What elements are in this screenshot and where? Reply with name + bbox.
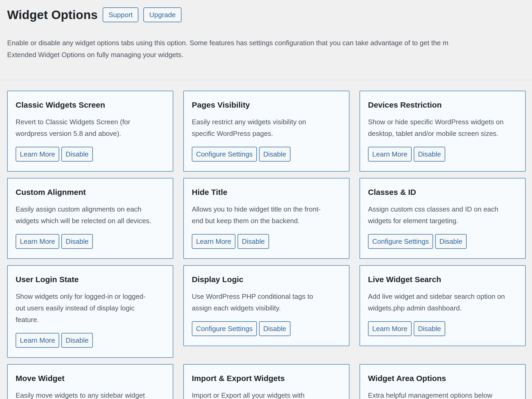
card-actions: Learn MoreDisable [368,147,517,162]
page-header: Widget Options Support Upgrade [7,7,526,22]
card-actions: Learn MoreDisable [16,333,165,348]
card-actions: Learn MoreDisable [16,147,165,162]
disable-button[interactable]: Disable [259,321,290,336]
divider [0,80,532,80]
card-title: Hide Title [192,187,341,197]
disable-button[interactable]: Disable [259,147,290,162]
card-title: Live Widget Search [368,275,517,284]
card-title: Widget Area Options [368,374,517,383]
configure-settings-button[interactable]: Configure Settings [368,234,433,249]
card-actions: Learn MoreDisable [16,234,165,249]
disable-button[interactable]: Disable [238,234,269,249]
card-description: Import or Export all your widgets with [192,389,341,399]
card-title: Move Widget [16,374,165,383]
card-actions: Configure SettingsDisable [192,147,341,162]
feature-card: Classes & ID Assign custom css classes a… [360,178,526,259]
feature-card: Custom Alignment Easily assign custom al… [7,178,173,259]
disable-button[interactable]: Disable [61,147,93,162]
feature-card: Import & Export Widgets Import or Export… [183,364,349,399]
feature-card: Classic Widgets Screen Revert to Classic… [7,91,173,172]
disable-button[interactable]: Disable [61,333,93,348]
support-button[interactable]: Support [103,7,138,22]
card-description: Revert to Classic Widgets Screen (for wo… [16,116,165,139]
card-title: Display Logic [192,275,341,284]
card-title: Custom Alignment [16,187,165,197]
card-actions: Configure SettingsDisable [368,234,517,249]
disable-button[interactable]: Disable [61,234,93,249]
card-description: Assign custom css classes and ID on each… [368,203,517,227]
card-title: Classes & ID [368,187,517,197]
card-description: Show widgets only for logged-in or logge… [16,291,165,325]
card-title: Devices Restriction [368,100,517,110]
feature-card: Display Logic Use WordPress PHP conditio… [183,265,349,346]
card-title: Classic Widgets Screen [16,100,165,110]
feature-card: Pages Visibility Easily restrict any wid… [183,91,349,172]
learn-more-button[interactable]: Learn More [368,321,412,336]
feature-card: Devices Restriction Show or hide specifi… [360,91,526,172]
card-description: Easily assign custom alignments on each … [16,203,165,227]
feature-card: Live Widget Search Add live widget and s… [360,265,526,346]
feature-card: Hide Title Allows you to hide widget tit… [183,178,349,259]
card-actions: Learn MoreDisable [192,234,341,249]
learn-more-button[interactable]: Learn More [16,147,59,162]
card-description: Easily move widgets to any sidebar widge… [16,389,165,399]
disable-button[interactable]: Disable [414,147,445,162]
configure-settings-button[interactable]: Configure Settings [192,147,257,162]
card-description: Easily restrict any widgets visibility o… [192,116,341,139]
feature-card: Widget Area Options Extra helpful manage… [360,364,526,399]
learn-more-button[interactable]: Learn More [16,333,59,348]
upgrade-button[interactable]: Upgrade [143,7,181,22]
card-description: Extra helpful management options below [368,389,517,399]
configure-settings-button[interactable]: Configure Settings [192,321,257,336]
page-title: Widget Options [7,7,98,22]
disable-button[interactable]: Disable [414,321,445,336]
disable-button[interactable]: Disable [435,234,467,249]
learn-more-button[interactable]: Learn More [368,147,412,162]
feature-card: User Login State Show widgets only for l… [7,265,173,358]
intro-text: Enable or disable any widget options tab… [7,37,526,61]
learn-more-button[interactable]: Learn More [16,234,59,249]
card-actions: Configure SettingsDisable [192,321,341,336]
card-description: Add live widget and sidebar search optio… [368,291,517,314]
card-description: Use WordPress PHP conditional tags to as… [192,291,341,314]
card-title: Import & Export Widgets [192,374,341,383]
feature-card: Move Widget Easily move widgets to any s… [7,364,173,399]
card-description: Allows you to hide widget title on the f… [192,203,341,227]
feature-cards-grid: Classic Widgets Screen Revert to Classic… [7,91,526,399]
learn-more-button[interactable]: Learn More [192,234,235,249]
card-title: Pages Visibility [192,100,341,110]
card-actions: Learn MoreDisable [368,321,517,336]
card-description: Show or hide specific WordPress widgets … [368,116,517,139]
card-title: User Login State [16,275,165,284]
